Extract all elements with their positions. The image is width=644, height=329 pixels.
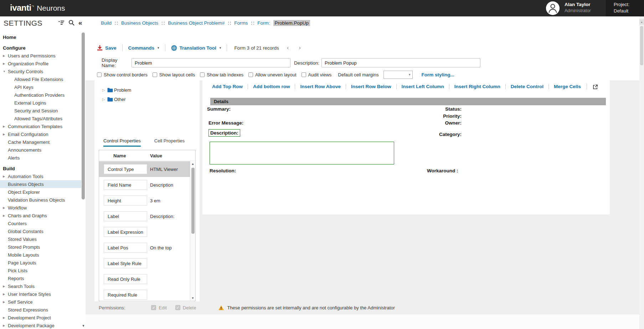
property-row[interactable]: Field Name Description <box>99 177 190 193</box>
checkbox-unchecked-icon[interactable] <box>302 72 306 77</box>
expand-arrow-icon[interactable]: ▶ <box>3 300 8 304</box>
field-label-workaround[interactable]: Workaround : <box>427 168 458 173</box>
property-value-cell[interactable]: HTML Viewer <box>150 167 178 172</box>
editor-toolbar-button[interactable]: Add Top Row <box>207 84 248 89</box>
property-name-cell[interactable]: Label Pos <box>104 243 147 253</box>
expand-arrow-icon[interactable]: ▶ <box>3 214 8 217</box>
previous-record-icon[interactable]: ‹ <box>285 44 291 51</box>
tree-node[interactable]: ▷ Other <box>94 95 200 104</box>
expand-arrow-icon[interactable]: ▶ <box>3 175 8 178</box>
sidebar-item[interactable]: Home <box>0 33 81 41</box>
sidebar-item[interactable]: Object Explorer <box>0 188 81 196</box>
property-value-cell[interactable]: Description: <box>150 214 175 219</box>
layout-option[interactable]: Show layout cells <box>153 72 195 77</box>
property-name-cell[interactable]: Label Style Rule <box>104 258 147 268</box>
expand-arrow-icon[interactable]: ▶ <box>3 125 8 128</box>
properties-scrollbar-thumb[interactable] <box>191 168 195 234</box>
property-row[interactable]: Read Only Rule <box>99 271 190 287</box>
sidebar-item[interactable]: ▶ Search Tools <box>0 282 81 290</box>
sidebar-item[interactable]: Allowed File Extensions <box>0 75 81 83</box>
next-record-icon[interactable]: › <box>297 44 303 51</box>
expand-arrow-icon[interactable]: ▶ <box>3 54 8 57</box>
chevron-right-icon[interactable]: ▷ <box>102 97 107 101</box>
sidebar-item[interactable]: Validation Business Objects <box>0 196 81 204</box>
editor-toolbar-button[interactable]: Insert Right Column <box>449 84 505 89</box>
sidebar-item[interactable]: Announcements <box>0 146 81 154</box>
field-label-priority[interactable]: Priority: <box>443 113 462 119</box>
sidebar-item[interactable]: Counters <box>0 219 81 227</box>
checkbox-unchecked-icon[interactable] <box>248 72 253 77</box>
property-name-cell[interactable]: Read Only Rule <box>104 274 147 284</box>
field-label-status[interactable]: Status: <box>445 106 462 112</box>
sidebar-item[interactable]: Alerts <box>0 154 81 162</box>
expand-arrow-icon[interactable]: ▼ <box>3 70 8 73</box>
field-label-category[interactable]: Category: <box>439 132 462 137</box>
sidebar-item[interactable]: External Logins <box>0 99 81 107</box>
filter-tree-icon[interactable] <box>58 20 65 25</box>
sidebar-item[interactable]: Business Objects <box>0 180 81 188</box>
page-scrollbar-thumb[interactable] <box>640 26 643 65</box>
sidebar-item[interactable]: ▶ Email Configuration <box>0 130 81 138</box>
property-value-cell[interactable]: Description <box>150 182 173 188</box>
expand-arrow-icon[interactable]: ▶ <box>3 316 8 319</box>
sidebar-item[interactable]: ▶ Automation Tools <box>0 172 81 180</box>
sidebar-item[interactable]: ▶ Charts and Graphs <box>0 212 81 219</box>
save-button[interactable]: Save <box>97 45 117 51</box>
layout-option[interactable]: Audit views <box>302 72 332 77</box>
property-name-cell[interactable]: Label Expression <box>104 227 147 237</box>
scroll-up-icon[interactable]: ▲ <box>190 162 195 166</box>
checkbox-unchecked-icon[interactable] <box>97 72 102 77</box>
sidebar-item[interactable]: ▶ Self Service <box>0 298 81 306</box>
property-row[interactable]: Label Expression <box>99 224 190 240</box>
breadcrumb-link[interactable]: Business Objects <box>121 20 158 26</box>
sidebar-item[interactable]: ▶ User Interface Styles <box>0 290 81 298</box>
tree-node[interactable]: ▷ Problem <box>94 85 200 95</box>
property-name-cell[interactable]: Control Type <box>104 164 147 174</box>
breadcrumb-link[interactable]: Build <box>101 20 112 26</box>
scroll-down-icon[interactable]: ▼ <box>81 324 86 328</box>
cell-margins-select[interactable]: ▾ <box>383 71 413 79</box>
translation-tool-button[interactable]: Translation Tool ▾ <box>171 45 221 51</box>
sidebar-item[interactable]: Stored Expressions <box>0 306 81 314</box>
expand-arrow-icon[interactable]: ▶ <box>3 293 8 296</box>
scroll-up-icon[interactable]: ▲ <box>639 19 644 25</box>
field-label-owner[interactable]: Owner: <box>445 120 462 126</box>
checkbox-unchecked-icon[interactable] <box>200 72 205 77</box>
tab-cell-properties[interactable]: Cell Properties <box>154 138 185 147</box>
property-row[interactable]: Required Rule <box>99 287 190 301</box>
sidebar-item[interactable]: Page Layouts <box>0 259 81 267</box>
description-input[interactable] <box>321 58 480 67</box>
user-info[interactable]: Alan Taylor Administrator <box>565 2 591 13</box>
sidebar-item[interactable]: Authentication Providers <box>0 91 81 99</box>
editor-toolbar-button[interactable]: Merge Cells <box>548 84 586 89</box>
sidebar-item[interactable]: ▶ Workflow <box>0 204 81 212</box>
project-selector[interactable]: Project: Default <box>606 0 644 16</box>
sidebar-item[interactable]: ▼ Security Controls <box>0 67 81 75</box>
property-name-cell[interactable]: Required Rule <box>104 290 147 300</box>
sidebar-item[interactable]: Cache Management <box>0 138 81 146</box>
expand-arrow-icon[interactable]: ▶ <box>3 62 8 65</box>
open-in-new-window-icon[interactable] <box>587 83 598 90</box>
sidebar-item[interactable]: ▶ Development Package <box>0 322 81 329</box>
field-label-resolution[interactable]: Resolution: <box>210 168 236 173</box>
sidebar-scrollbar-thumb[interactable] <box>82 32 85 199</box>
expand-arrow-icon[interactable]: ▶ <box>3 206 8 209</box>
layout-option[interactable]: Allow uneven layout <box>248 72 297 77</box>
details-section-header[interactable]: Details <box>210 98 606 105</box>
checkbox-unchecked-icon[interactable] <box>153 72 157 77</box>
expand-arrow-icon[interactable]: ▶ <box>3 133 8 136</box>
expand-arrow-icon[interactable]: ▶ <box>3 324 8 327</box>
editor-toolbar-button[interactable]: Add bottom row <box>248 84 295 89</box>
commands-menu-button[interactable]: Commands ▾ <box>128 45 159 51</box>
sidebar-item[interactable]: Security and Session <box>0 107 81 115</box>
sidebar-item[interactable]: Mobile Layouts <box>0 251 81 259</box>
sidebar-item[interactable]: ▶ Organization Profile <box>0 60 81 67</box>
user-avatar[interactable] <box>546 1 560 15</box>
properties-scrollbar[interactable]: ▲ ▼ <box>190 161 195 301</box>
property-name-cell[interactable]: Field Name <box>104 180 147 190</box>
sidebar-item[interactable]: Global Constants <box>0 227 81 235</box>
expand-arrow-icon[interactable]: ▶ <box>3 285 8 288</box>
field-label-description-selected[interactable]: Description: <box>208 129 240 137</box>
page-scrollbar[interactable]: ▲ <box>639 16 644 329</box>
sidebar-item[interactable]: Build <box>0 164 81 172</box>
